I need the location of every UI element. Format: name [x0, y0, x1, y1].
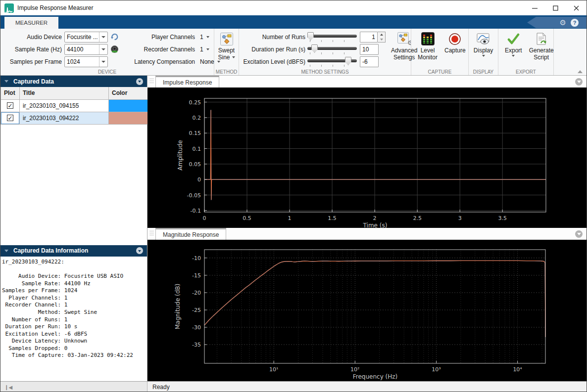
- ribbon-tab-row: MEASURER ⚙ ?: [0, 15, 587, 29]
- svg-text:0: 0: [197, 176, 201, 183]
- svg-text:3.5: 3.5: [498, 215, 507, 221]
- column-header-title[interactable]: Title: [20, 87, 109, 99]
- level-monitor-icon: [421, 32, 435, 45]
- export-dropdown-button[interactable]: Export: [501, 31, 526, 58]
- chevron-down-icon[interactable]: [99, 32, 107, 42]
- spinner-up-icon[interactable]: [378, 32, 385, 37]
- svg-text:-35: -35: [192, 342, 201, 348]
- captured-data-info-title: Captured Data Information: [13, 247, 88, 254]
- captured-data-empty-area: [0, 125, 147, 245]
- audio-device-combo[interactable]: Focusrite ...: [64, 32, 108, 43]
- method-value-line2: Sine: [218, 54, 230, 61]
- generate-script-button[interactable]: Generate Script: [526, 31, 557, 61]
- duration-per-run-field[interactable]: 10: [360, 44, 379, 55]
- column-header-color[interactable]: Color: [109, 87, 148, 99]
- sample-rate-combo[interactable]: 44100: [64, 44, 108, 55]
- collapse-panel-icon[interactable]: ❙◀: [4, 385, 12, 390]
- status-bar: ❙◀ Ready: [0, 381, 587, 392]
- svg-text:-10: -10: [192, 255, 201, 261]
- captured-data-header[interactable]: Captured Data: [0, 76, 147, 87]
- chevron-down-icon[interactable]: [99, 44, 107, 54]
- column-header-plot[interactable]: Plot: [1, 87, 20, 99]
- tab-measurer[interactable]: MEASURER: [4, 17, 58, 29]
- minimize-button[interactable]: [524, 0, 545, 15]
- panel-collapse-icon[interactable]: [575, 78, 583, 86]
- chevron-down-icon[interactable]: [206, 48, 209, 50]
- panel-collapse-icon[interactable]: [136, 247, 143, 254]
- chevron-down-icon: [482, 55, 485, 57]
- svg-text:10⁴: 10⁴: [513, 366, 522, 373]
- maximize-button[interactable]: [545, 0, 566, 15]
- number-of-runs-slider[interactable]: [307, 32, 357, 42]
- collapse-ribbon-icon[interactable]: [578, 70, 583, 73]
- display-label: Display: [474, 47, 493, 54]
- device-settings-icon[interactable]: [108, 45, 121, 53]
- level-monitor-line1: Level: [421, 47, 435, 54]
- duration-per-run-slider[interactable]: [307, 44, 357, 54]
- slider-thumb[interactable]: [307, 32, 314, 41]
- table-row[interactable]: ✓ir_20230103_094155: [1, 99, 148, 112]
- swept-sine-icon: [220, 32, 233, 45]
- section-label-export: EXPORT: [498, 69, 553, 75]
- advanced-settings-icon: ⚙: [397, 32, 411, 45]
- status-text: Ready: [147, 384, 170, 391]
- section-label-capture: CAPTURE: [411, 69, 468, 75]
- sample-rate-label: Sample Rate (Hz): [3, 46, 62, 53]
- table-row[interactable]: ✓ir_20230103_094222: [1, 112, 148, 124]
- recorder-channels-value[interactable]: 1: [200, 46, 203, 53]
- svg-text:3: 3: [458, 215, 462, 221]
- excitation-level-field[interactable]: -6: [360, 56, 379, 67]
- section-export: Export Generate Script EXPORT: [498, 29, 554, 75]
- svg-text:10²: 10²: [350, 366, 359, 373]
- plot-checkbox[interactable]: ✓: [7, 102, 13, 109]
- close-button[interactable]: [566, 0, 587, 15]
- captured-data-info-text: ir_20230103_094222: Audio Device: Focusr…: [0, 257, 147, 381]
- drag-grip-icon[interactable]: [148, 78, 154, 86]
- collapse-triangle-icon[interactable]: [4, 80, 8, 83]
- runs-spinner[interactable]: [378, 32, 386, 43]
- latency-compensation-value[interactable]: None: [200, 58, 214, 65]
- help-icon[interactable]: ?: [571, 19, 579, 27]
- chevron-down-icon: [512, 55, 515, 57]
- color-swatch-cell[interactable]: [109, 99, 148, 112]
- captured-data-info-header[interactable]: Captured Data Information: [0, 245, 147, 257]
- level-monitor-button[interactable]: Level Monitor: [414, 31, 441, 61]
- excitation-level-slider[interactable]: [307, 56, 357, 67]
- capture-title-cell[interactable]: ir_20230103_094222: [20, 112, 109, 124]
- impulse-response-plot[interactable]: 00.511.522.533.5-0.1-0.0500.050.10.150.2…: [147, 87, 587, 228]
- tab-magnitude-response[interactable]: Magnitude Response: [155, 228, 226, 240]
- chevron-down-icon[interactable]: [99, 57, 107, 67]
- player-channels-value[interactable]: 1: [200, 34, 203, 41]
- panel-collapse-icon[interactable]: [575, 230, 583, 238]
- display-dropdown-button[interactable]: Display: [472, 31, 495, 58]
- chevron-down-icon[interactable]: [206, 36, 209, 38]
- number-of-runs-field[interactable]: 1: [360, 32, 378, 43]
- svg-text:1: 1: [288, 215, 292, 221]
- generate-script-line2: Script: [534, 54, 549, 61]
- window-title: Impulse Response Measurer: [17, 4, 93, 11]
- level-monitor-line2: Monitor: [418, 54, 438, 61]
- capture-title-cell[interactable]: ir_20230103_094155: [20, 99, 109, 112]
- svg-text:0.25: 0.25: [189, 99, 201, 106]
- svg-text:Time (s): Time (s): [363, 222, 388, 228]
- tab-impulse-response[interactable]: Impulse Response: [155, 76, 219, 87]
- duration-per-run-label: Duration per Run (s): [242, 46, 305, 53]
- spinner-down-icon[interactable]: [378, 37, 385, 42]
- settings-gear-icon[interactable]: ⚙: [560, 19, 566, 26]
- color-swatch-cell[interactable]: [109, 112, 148, 124]
- collapse-triangle-icon[interactable]: [4, 250, 8, 252]
- plot-checkbox[interactable]: ✓: [7, 115, 13, 121]
- method-dropdown-button[interactable]: Swept Sine: [215, 31, 238, 61]
- svg-text:-25: -25: [192, 307, 201, 313]
- plot-checkbox-cell[interactable]: ✓: [1, 99, 20, 112]
- plot-checkbox-cell[interactable]: ✓: [1, 112, 20, 124]
- drag-grip-icon[interactable]: [148, 230, 154, 238]
- refresh-devices-icon[interactable]: [108, 33, 121, 41]
- slider-thumb[interactable]: [311, 44, 318, 53]
- panel-collapse-icon[interactable]: [136, 78, 143, 85]
- export-check-icon: [507, 32, 520, 45]
- magnitude-response-plot[interactable]: 10¹10²10³10⁴-35-30-25-20-15-10Frequency …: [147, 240, 587, 381]
- capture-button[interactable]: Capture: [441, 31, 469, 54]
- slider-thumb[interactable]: [345, 57, 351, 65]
- samples-per-frame-combo[interactable]: 1024: [64, 56, 108, 67]
